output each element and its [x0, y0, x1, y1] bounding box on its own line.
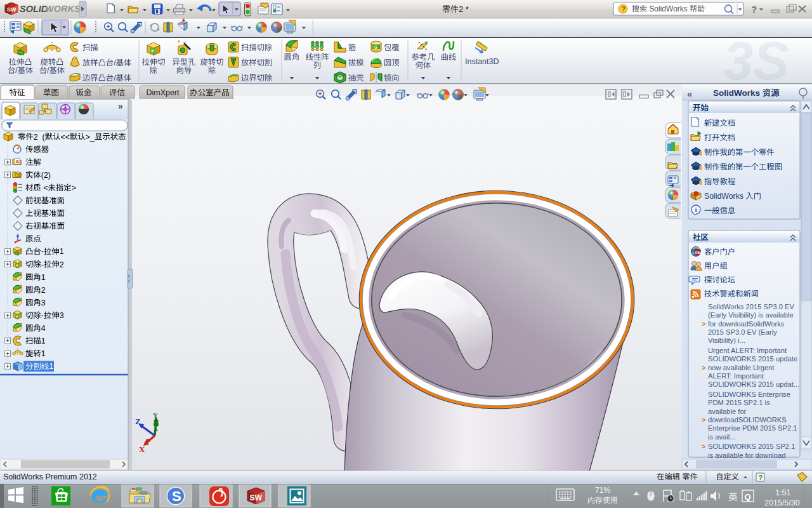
svg-text:<<: <<: [61, 133, 70, 142]
svg-text:SW: SW: [695, 251, 702, 255]
svg-text:3S: 3S: [723, 30, 789, 91]
svg-text:i: i: [695, 206, 697, 213]
svg-text:?: ?: [751, 4, 757, 15]
svg-text:>: >: [702, 364, 705, 371]
svg-text:SW: SW: [250, 493, 263, 502]
svg-text:available for: available for: [708, 408, 747, 415]
svg-text:SOLIDWORKS Enterprise: SOLIDWORKS Enterprise: [708, 391, 790, 398]
svg-text:G: G: [374, 45, 378, 50]
svg-text:1: 1: [41, 337, 46, 345]
svg-text:SolidWorks: SolidWorks: [704, 192, 745, 201]
svg-text:PDM 2015 SP2.1 is: PDM 2015 SP2.1 is: [708, 399, 770, 406]
svg-text:/: /: [114, 74, 116, 83]
svg-text:SW: SW: [7, 6, 16, 13]
svg-text:(2): (2): [41, 171, 51, 180]
svg-text:4: 4: [41, 324, 46, 333]
svg-text:2: 2: [41, 286, 46, 295]
svg-text:2 (: 2 (: [34, 133, 46, 142]
svg-text:ALERT: Important: ALERT: Important: [708, 372, 764, 380]
svg-text:SOLIDWORKS 2015 SP2.1: SOLIDWORKS 2015 SP2.1: [708, 443, 795, 450]
svg-text:is avail...: is avail...: [708, 433, 736, 441]
svg-text:SolidWorks: SolidWorks: [647, 4, 690, 13]
svg-text:/: /: [15, 66, 18, 75]
svg-text:A: A: [16, 159, 20, 164]
svg-text:>: >: [702, 416, 705, 424]
svg-text:2015/5/30: 2015/5/30: [764, 498, 800, 507]
svg-text:>: >: [702, 443, 705, 450]
svg-text:DimXpert: DimXpert: [147, 88, 180, 97]
svg-text:now available.Urgent: now available.Urgent: [708, 364, 775, 371]
svg-text:X: X: [139, 444, 145, 454]
svg-text:1: 1: [41, 349, 46, 358]
svg-text:WORKS: WORKS: [45, 4, 81, 14]
svg-text:SOLID: SOLID: [20, 4, 48, 14]
svg-text:Q: Q: [745, 492, 751, 502]
svg-text:2 *: 2 *: [459, 4, 469, 14]
svg-text:3: 3: [41, 298, 46, 307]
svg-text:2: 2: [60, 260, 64, 269]
svg-text:3: 3: [60, 311, 64, 320]
svg-text:>: >: [72, 184, 76, 192]
svg-text:Urgent ALERT: Important: Urgent ALERT: Important: [708, 347, 787, 354]
svg-text:/: /: [47, 66, 49, 75]
svg-text:Enterprise PDM 2015 SP2.1: Enterprise PDM 2015 SP2.1: [708, 424, 797, 432]
svg-text:SOLIDWORKS 2015 updat...: SOLIDWORKS 2015 updat...: [708, 380, 799, 388]
svg-text:2015 SP3.0 EV (Early: 2015 SP3.0 EV (Early: [708, 328, 777, 336]
svg-text:1: 1: [60, 247, 64, 256]
svg-text:SolidWorks 2015 SP3.0 EV: SolidWorks 2015 SP3.0 EV: [708, 303, 795, 311]
svg-text:(Early Visibility) is availabl: (Early Visibility) is available: [708, 311, 794, 319]
svg-text:>: >: [702, 320, 705, 328]
svg-text:?: ?: [622, 5, 626, 13]
svg-text:Visibility) i...: Visibility) i...: [708, 337, 745, 344]
svg-text:>_: >_: [86, 133, 95, 142]
svg-text:1: 1: [49, 362, 53, 371]
svg-text:for downloadSolidWorks: for downloadSolidWorks: [708, 320, 785, 328]
svg-text:SolidWorks: SolidWorks: [713, 88, 763, 98]
svg-text:1:51: 1:51: [775, 488, 790, 497]
svg-text:-: -: [41, 311, 44, 320]
svg-text:is available for download: is available for download: [708, 451, 786, 459]
svg-text:S: S: [172, 488, 181, 504]
svg-text:SolidWorks Premium 2012: SolidWorks Premium 2012: [3, 472, 97, 481]
svg-text:-: -: [41, 260, 44, 269]
svg-text:?: ?: [759, 474, 763, 481]
svg-text:1: 1: [41, 273, 46, 282]
svg-text:Z: Z: [135, 417, 141, 426]
svg-text:71%: 71%: [595, 486, 610, 495]
svg-text:Y: Y: [153, 411, 158, 419]
svg-text:-: -: [41, 247, 44, 256]
svg-text:/: /: [114, 58, 116, 67]
svg-text:SOLIDWORKS 2015 update: SOLIDWORKS 2015 update: [708, 355, 797, 363]
svg-text:<: <: [41, 184, 48, 192]
svg-text:»: »: [118, 101, 123, 111]
svg-text:*: *: [178, 39, 180, 46]
svg-text:downloadSOLIDWORKS: downloadSOLIDWORKS: [708, 416, 787, 424]
svg-text:«: «: [687, 88, 692, 99]
svg-text:Instant3D: Instant3D: [465, 57, 499, 66]
